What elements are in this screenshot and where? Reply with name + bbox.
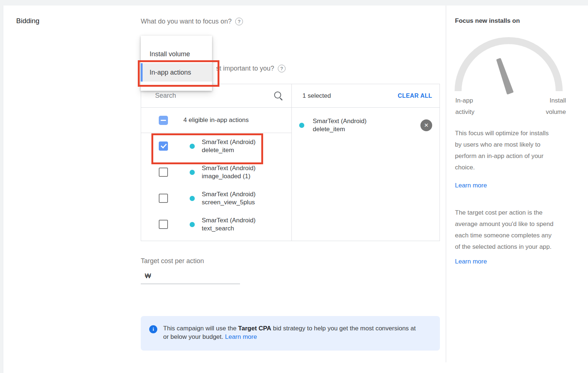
- sidebar-learn-more-2[interactable]: Learn more: [455, 258, 487, 265]
- action-app-line: SmarText (Android): [202, 216, 255, 225]
- bid-strategy-banner: i This campaign will use the Target CPA …: [141, 316, 440, 351]
- in-app-actions-question-text: st important to you?: [216, 65, 274, 72]
- remove-selected-button[interactable]: ✕: [420, 119, 432, 131]
- section-title: Bidding: [16, 17, 39, 25]
- action-label: SmarText (Android) delete_item: [202, 138, 255, 154]
- focus-question-text: What do you want to focus on?: [141, 18, 232, 25]
- banner-text: This campaign will use the Target CPA bi…: [163, 324, 417, 341]
- banner-learn-more-link[interactable]: Learn more: [225, 333, 257, 340]
- action-checkbox[interactable]: [159, 220, 168, 229]
- sidebar-paragraph-cpa: The target cost per action is the averag…: [455, 207, 570, 252]
- selected-header-row: 1 selected CLEAR ALL: [292, 84, 440, 108]
- action-app-line: SmarText (Android): [202, 190, 255, 198]
- picker-available-pane: 4 eligible in-app actions SmarText (Andr…: [141, 84, 292, 241]
- action-checkbox[interactable]: [159, 168, 168, 177]
- in-app-action-row[interactable]: SmarText (Android) text_search: [141, 211, 291, 237]
- eligible-header-label: 4 eligible in-app actions: [183, 116, 249, 124]
- gauge-labels: In-app activity Install volume: [455, 95, 566, 118]
- action-label: SmarText (Android) screen_view_5plus: [202, 190, 255, 207]
- selected-app-line: SmarText (Android): [313, 117, 420, 125]
- action-name-line: image_loaded (1): [202, 172, 255, 180]
- selected-action-line: delete_item: [313, 125, 420, 133]
- selected-count: 1 selected: [302, 92, 331, 100]
- eligible-header-row[interactable]: 4 eligible in-app actions: [141, 108, 291, 133]
- picker-selected-pane: 1 selected CLEAR ALL SmarText (Android) …: [292, 84, 440, 241]
- sidebar-learn-more-1[interactable]: Learn more: [455, 182, 487, 189]
- target-cpa-input[interactable]: [153, 272, 240, 280]
- selected-item-row: SmarText (Android) delete_item ✕: [292, 108, 440, 133]
- action-name-line: delete_item: [202, 146, 255, 154]
- sidebar-title: Focus new installs on: [455, 17, 520, 25]
- in-app-actions-question: st important to you? ?: [216, 65, 286, 72]
- event-dot-icon: [190, 196, 195, 201]
- search-input[interactable]: [154, 92, 274, 100]
- gauge-left-label: In-app activity: [455, 95, 474, 118]
- action-checkbox[interactable]: [159, 194, 168, 203]
- search-icon[interactable]: [274, 91, 283, 101]
- gauge-needle-icon: [497, 59, 512, 94]
- action-label: SmarText (Android) text_search: [202, 216, 255, 233]
- focus-dropdown-menu: Install volume In-app actions: [141, 36, 212, 91]
- in-app-action-row[interactable]: SmarText (Android) screen_view_5plus: [141, 185, 291, 211]
- action-app-line: SmarText (Android): [202, 164, 255, 172]
- in-app-action-row[interactable]: SmarText (Android) image_loaded (1): [141, 159, 291, 185]
- info-icon: i: [149, 325, 157, 333]
- action-app-line: SmarText (Android): [202, 138, 255, 146]
- currency-symbol: ₩: [141, 272, 151, 280]
- in-app-action-row[interactable]: SmarText (Android) delete_item: [141, 133, 291, 159]
- in-app-action-picker: 4 eligible in-app actions SmarText (Andr…: [141, 84, 440, 241]
- event-dot-icon: [190, 170, 195, 175]
- event-dot-icon: [190, 222, 195, 227]
- target-cpa-label: Target cost per action: [141, 257, 204, 265]
- banner-bold-text: Target CPA: [238, 325, 271, 332]
- action-name-line: screen_view_5plus: [202, 198, 255, 207]
- action-label: SmarText (Android) image_loaded (1): [202, 164, 255, 180]
- action-name-line: text_search: [202, 225, 255, 233]
- sidebar-paragraph-focus: This focus will optimize for installs by…: [455, 128, 570, 173]
- help-icon[interactable]: ?: [235, 18, 243, 25]
- help-icon[interactable]: ?: [278, 65, 286, 72]
- dropdown-item-install-volume[interactable]: Install volume: [141, 45, 212, 63]
- event-dot-icon: [190, 144, 195, 149]
- gauge-right-label: Install volume: [546, 95, 566, 118]
- action-checkbox[interactable]: [159, 141, 168, 151]
- select-all-checkbox-indeterminate[interactable]: [159, 116, 168, 125]
- event-dot-icon: [299, 123, 304, 128]
- clear-all-button[interactable]: CLEAR ALL: [398, 93, 432, 99]
- focus-gauge: [455, 36, 563, 94]
- dropdown-item-in-app-actions[interactable]: In-app actions: [141, 63, 212, 82]
- banner-text-before: This campaign will use the: [163, 325, 238, 332]
- target-cpa-field: ₩: [141, 272, 240, 284]
- selected-item-label: SmarText (Android) delete_item: [313, 117, 420, 133]
- sidebar-divider: [446, 6, 446, 362]
- focus-question: What do you want to focus on? ?: [141, 18, 243, 25]
